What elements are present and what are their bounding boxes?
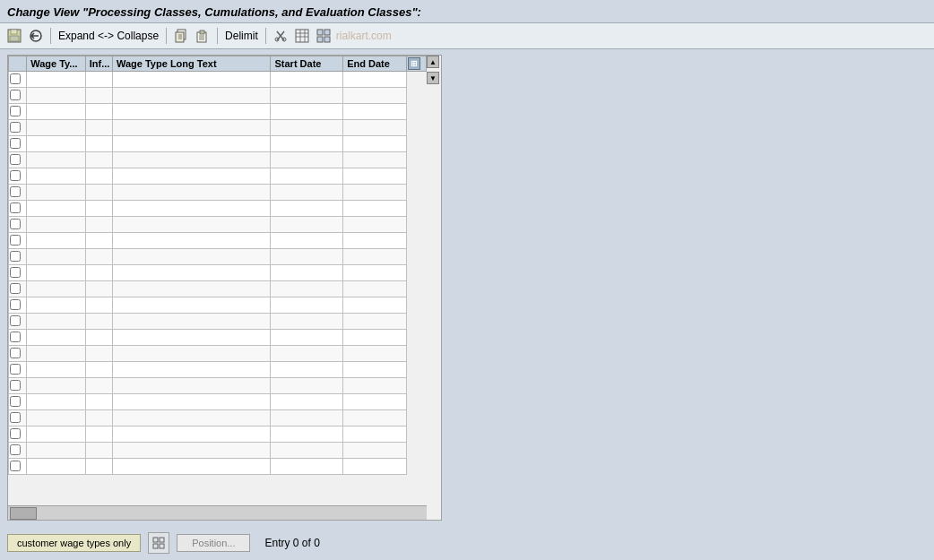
row-checkbox[interactable] — [10, 428, 21, 439]
table-cell — [271, 459, 343, 475]
row-checkbox[interactable] — [10, 412, 21, 423]
customer-wage-types-btn[interactable]: customer wage types only — [7, 534, 141, 552]
row-checkbox[interactable] — [10, 348, 21, 358]
row-checkbox[interactable] — [10, 461, 21, 471]
delimit-btn[interactable]: Delimit — [223, 30, 260, 42]
table-row[interactable] — [9, 297, 427, 314]
row-checkbox[interactable] — [10, 283, 21, 294]
row-checkbox[interactable] — [10, 267, 21, 278]
table-row[interactable] — [9, 233, 427, 249]
save-icon[interactable] — [5, 27, 23, 45]
table-row[interactable] — [9, 378, 427, 394]
table-row[interactable] — [9, 185, 427, 201]
table-row[interactable] — [9, 426, 427, 443]
table-row[interactable] — [9, 201, 427, 217]
table-cell — [85, 104, 112, 120]
table-row[interactable] — [9, 443, 427, 459]
separator-1 — [50, 28, 51, 44]
table-row[interactable] — [9, 136, 427, 152]
table-row[interactable] — [9, 330, 427, 346]
expand-collapse-btn[interactable]: Expand <-> Collapse — [56, 30, 160, 42]
table-cell — [343, 362, 407, 378]
table-cell — [271, 120, 343, 136]
row-checkbox[interactable] — [10, 122, 21, 133]
table-cell — [27, 136, 86, 152]
table-cell — [112, 136, 271, 152]
row-checkbox[interactable] — [10, 90, 21, 100]
col-header-wage-type[interactable]: Wage Ty... — [27, 56, 86, 72]
scroll-up-btn[interactable]: ▲ — [427, 56, 439, 68]
row-checkbox[interactable] — [10, 186, 21, 197]
svg-rect-25 — [153, 538, 158, 542]
row-checkbox[interactable] — [10, 170, 21, 181]
row-checkbox[interactable] — [10, 138, 21, 149]
table-cell — [85, 362, 112, 378]
svg-rect-2 — [10, 36, 19, 41]
scroll-down-btn[interactable]: ▼ — [427, 72, 439, 84]
col-header-config[interactable]: ⊞ — [406, 56, 426, 72]
table-row[interactable] — [9, 265, 427, 281]
table-cell — [343, 201, 407, 217]
copy-icon[interactable] — [172, 27, 190, 45]
col-header-start-date[interactable]: Start Date — [271, 56, 343, 72]
table-cell — [85, 265, 112, 281]
table-row[interactable] — [9, 217, 427, 233]
table-cell — [27, 104, 86, 120]
table-cell — [27, 459, 86, 475]
table-cell — [27, 265, 86, 281]
row-checkbox[interactable] — [10, 202, 21, 213]
row-checkbox[interactable] — [10, 219, 21, 229]
table-row[interactable] — [9, 104, 427, 120]
scissors-icon[interactable] — [272, 27, 290, 45]
row-checkbox-cell — [9, 136, 27, 152]
table-row[interactable] — [9, 346, 427, 362]
table-cell — [27, 378, 86, 394]
table-cell — [271, 362, 343, 378]
table-row[interactable] — [9, 168, 427, 185]
table-cell — [27, 201, 86, 217]
table-cell — [343, 185, 407, 201]
table-row[interactable] — [9, 281, 427, 297]
col-header-end-date[interactable]: End Date — [343, 56, 407, 72]
table-row[interactable] — [9, 410, 427, 426]
footer-grid-icon[interactable] — [148, 532, 169, 554]
row-checkbox[interactable] — [10, 106, 21, 116]
table-row[interactable] — [9, 152, 427, 168]
row-checkbox[interactable] — [10, 73, 21, 84]
table-row[interactable] — [9, 72, 427, 88]
horizontal-scrollbar[interactable] — [8, 505, 427, 520]
row-checkbox[interactable] — [10, 364, 21, 375]
row-checkbox[interactable] — [10, 380, 21, 391]
table-row[interactable] — [9, 314, 427, 330]
row-checkbox[interactable] — [10, 251, 21, 262]
table-cell — [27, 297, 86, 314]
col-header-inf[interactable]: Inf... — [85, 56, 112, 72]
table-row[interactable] — [9, 459, 427, 475]
grid-icon[interactable] — [315, 27, 333, 45]
row-checkbox[interactable] — [10, 299, 21, 310]
row-checkbox[interactable] — [10, 154, 21, 165]
table-cell — [271, 426, 343, 443]
scroll-controls: ▲ — [427, 56, 441, 68]
table-row[interactable] — [9, 88, 427, 104]
row-checkbox[interactable] — [10, 235, 21, 246]
content-area: ▲ — [0, 49, 934, 526]
entry-count-text: Entry 0 of 0 — [264, 537, 319, 549]
table-icon[interactable] — [293, 27, 311, 45]
back-icon[interactable] — [27, 27, 45, 45]
table-row[interactable] — [9, 120, 427, 136]
position-btn[interactable]: Position... — [177, 534, 250, 552]
table-row[interactable] — [9, 362, 427, 378]
row-checkbox[interactable] — [10, 315, 21, 326]
table-cell — [343, 233, 407, 249]
table-row[interactable] — [9, 394, 427, 410]
paste-icon[interactable] — [194, 27, 212, 45]
row-checkbox[interactable] — [10, 444, 21, 455]
table-row[interactable] — [9, 249, 427, 265]
row-checkbox[interactable] — [10, 396, 21, 407]
table-cell — [271, 330, 343, 346]
table-cell — [112, 459, 271, 475]
col-header-long-text[interactable]: Wage Type Long Text — [112, 56, 271, 72]
row-checkbox[interactable] — [10, 332, 21, 342]
table-cell — [271, 136, 343, 152]
